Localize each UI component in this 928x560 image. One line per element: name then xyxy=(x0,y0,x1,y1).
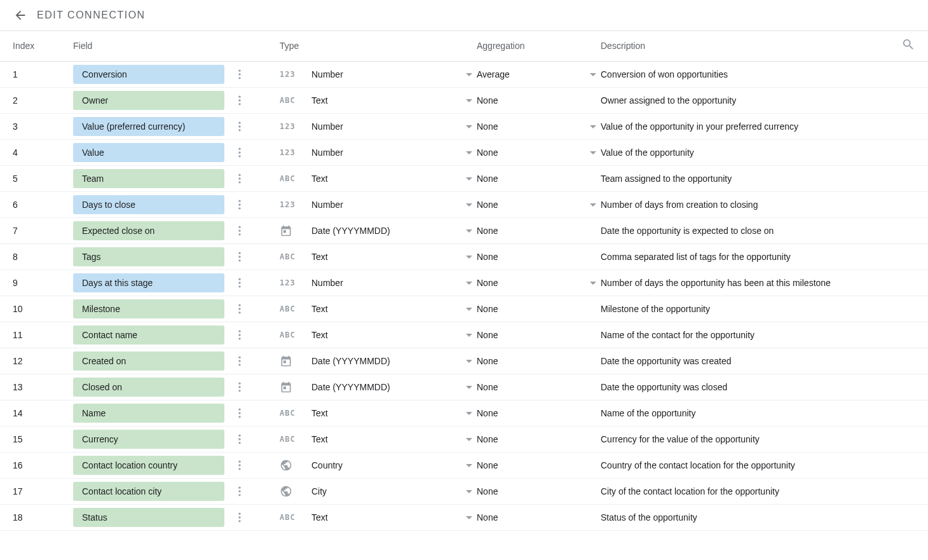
type-dropdown[interactable] xyxy=(461,464,477,467)
field-chip[interactable]: Name xyxy=(73,404,224,423)
type-dropdown[interactable] xyxy=(461,334,477,337)
svg-point-29 xyxy=(238,308,240,310)
search-button[interactable] xyxy=(901,38,915,53)
field-chip[interactable]: Milestone xyxy=(73,299,224,318)
row-more-button[interactable] xyxy=(232,223,247,238)
type-dropdown[interactable] xyxy=(461,256,477,259)
type-dropdown[interactable] xyxy=(461,412,477,415)
field-chip[interactable]: Owner xyxy=(73,91,224,110)
aggregation-dropdown[interactable] xyxy=(585,282,601,285)
svg-point-7 xyxy=(238,125,240,127)
field-chip[interactable]: Currency xyxy=(73,430,224,449)
text-type-icon: ABC xyxy=(280,331,296,339)
svg-point-43 xyxy=(238,412,240,414)
type-dropdown[interactable] xyxy=(461,490,477,493)
aggregation-dropdown[interactable] xyxy=(585,151,601,154)
aggregation-dropdown[interactable] xyxy=(585,203,601,207)
type-dropdown[interactable] xyxy=(461,125,477,128)
row-more-button[interactable] xyxy=(232,432,247,447)
field-chip[interactable]: Conversion xyxy=(73,65,224,84)
number-type-icon: 123 xyxy=(280,122,296,131)
header-field: Field xyxy=(73,41,280,51)
chevron-down-icon xyxy=(590,151,596,154)
svg-point-25 xyxy=(238,278,240,280)
field-chip[interactable]: Tags xyxy=(73,247,224,266)
more-vert-icon xyxy=(233,277,246,289)
field-chip[interactable]: Contact location city xyxy=(73,482,224,501)
row-more-button[interactable] xyxy=(232,67,247,82)
aggregation-label: None xyxy=(477,434,601,444)
text-type-icon: ABC xyxy=(280,435,296,444)
field-chip[interactable]: Closed on xyxy=(73,378,224,397)
aggregation-dropdown[interactable] xyxy=(585,73,601,76)
calendar-icon xyxy=(280,355,292,367)
type-dropdown[interactable] xyxy=(461,73,477,76)
row-more-button[interactable] xyxy=(232,327,247,343)
svg-point-8 xyxy=(238,129,240,131)
svg-point-15 xyxy=(238,200,240,202)
field-chip[interactable]: Created on xyxy=(73,352,224,371)
field-chip[interactable]: Status xyxy=(73,508,224,527)
aggregation-label: None xyxy=(477,382,601,392)
type-label: Number xyxy=(299,121,461,132)
aggregation-dropdown[interactable] xyxy=(585,125,601,128)
row-more-button[interactable] xyxy=(232,353,247,369)
text-type-icon: ABC xyxy=(280,96,296,105)
description-cell: Comma separated list of tags for the opp… xyxy=(601,252,915,262)
page-title: EDIT CONNECTION xyxy=(37,10,146,21)
back-button[interactable] xyxy=(13,8,28,23)
field-chip[interactable]: Team xyxy=(73,169,224,188)
row-more-button[interactable] xyxy=(232,119,247,134)
row-more-button[interactable] xyxy=(232,379,247,395)
type-dropdown[interactable] xyxy=(461,282,477,285)
type-dropdown[interactable] xyxy=(461,99,477,102)
type-dropdown[interactable] xyxy=(461,203,477,207)
row-more-button[interactable] xyxy=(232,93,247,108)
aggregation-label: None xyxy=(477,121,585,132)
svg-point-46 xyxy=(238,438,240,440)
field-chip[interactable]: Days at this stage xyxy=(73,273,224,292)
chevron-down-icon xyxy=(466,99,472,102)
type-dropdown[interactable] xyxy=(461,386,477,389)
svg-point-49 xyxy=(238,464,240,466)
field-chip[interactable]: Expected close on xyxy=(73,221,224,240)
type-label: Date (YYYYMMDD) xyxy=(299,356,461,366)
table-row: 5TeamABCTextNoneTeam assigned to the opp… xyxy=(0,166,928,192)
field-chip[interactable]: Contact location country xyxy=(73,456,224,475)
field-chip[interactable]: Value xyxy=(73,143,224,162)
aggregation-label: None xyxy=(477,95,601,106)
number-type-icon: 123 xyxy=(280,200,296,209)
row-more-button[interactable] xyxy=(232,484,247,499)
svg-rect-41 xyxy=(283,386,286,389)
field-chip[interactable]: Days to close xyxy=(73,195,224,214)
svg-point-18 xyxy=(238,226,240,228)
type-dropdown[interactable] xyxy=(461,516,477,519)
description-cell: Number of days the opportunity has been … xyxy=(601,278,915,288)
type-dropdown[interactable] xyxy=(461,151,477,154)
type-label: Text xyxy=(299,95,461,106)
row-index: 16 xyxy=(13,460,73,470)
type-dropdown[interactable] xyxy=(461,360,477,363)
type-dropdown[interactable] xyxy=(461,308,477,311)
row-more-button[interactable] xyxy=(232,197,247,212)
type-dropdown[interactable] xyxy=(461,438,477,441)
row-more-button[interactable] xyxy=(232,145,247,160)
field-chip[interactable]: Contact name xyxy=(73,325,224,345)
row-more-button[interactable] xyxy=(232,458,247,473)
row-more-button[interactable] xyxy=(232,510,247,525)
row-index: 15 xyxy=(13,434,73,444)
row-more-button[interactable] xyxy=(232,171,247,186)
header: EDIT CONNECTION xyxy=(0,0,928,31)
type-dropdown[interactable] xyxy=(461,177,477,181)
row-more-button[interactable] xyxy=(232,406,247,421)
field-chip[interactable]: Value (preferred currency) xyxy=(73,117,224,136)
aggregation-label: None xyxy=(477,147,585,158)
row-more-button[interactable] xyxy=(232,249,247,264)
svg-point-51 xyxy=(238,487,240,489)
row-more-button[interactable] xyxy=(232,275,247,290)
table-row: 15CurrencyABCTextNoneCurrency for the va… xyxy=(0,427,928,453)
more-vert-icon xyxy=(233,94,246,107)
type-dropdown[interactable] xyxy=(461,229,477,233)
number-type-icon: 123 xyxy=(280,278,296,287)
row-more-button[interactable] xyxy=(232,301,247,317)
